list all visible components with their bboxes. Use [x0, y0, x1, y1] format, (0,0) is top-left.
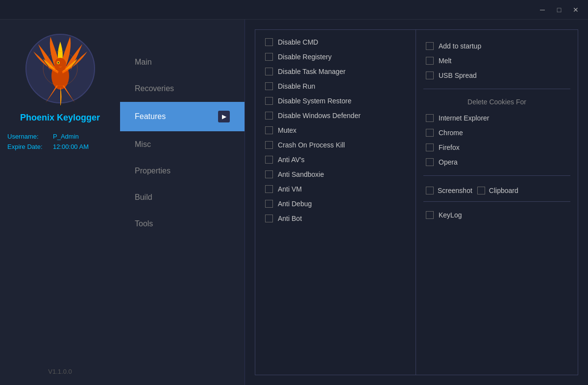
checkbox-disable-task-manager[interactable]	[265, 68, 273, 75]
nav-item-label-main: Main	[135, 58, 152, 67]
checkbox-usb-spread[interactable]	[426, 72, 434, 79]
feature-label-crash-on-process-kill: Crash On Process Kill	[278, 141, 345, 149]
svg-point-4	[57, 62, 59, 64]
feature-label-disable-cmd: Disable CMD	[278, 38, 318, 46]
right-item-melt[interactable]: Melt	[423, 53, 570, 68]
checkbox-disable-registry[interactable]	[265, 53, 273, 61]
nav-item-build[interactable]: Build	[120, 184, 245, 211]
expire-row: Expire Date: 12:00:00 AM	[7, 143, 113, 150]
feature-label-anti-avs: Anti AV's	[278, 156, 305, 164]
checkbox-melt[interactable]	[426, 57, 434, 65]
feature-label-mutex: Mutex	[278, 126, 296, 134]
feature-item-anti-debug[interactable]: Anti Debug	[263, 196, 408, 211]
username-label: Username:	[7, 133, 49, 140]
checkbox-anti-avs[interactable]	[265, 156, 273, 164]
right-item-add-to-startup[interactable]: Add to startup	[423, 39, 570, 53]
right-label-opera: Opera	[439, 158, 458, 166]
close-button[interactable]: ✕	[568, 3, 583, 16]
content-area: Disable CMDDisable RegisteryDisable Task…	[245, 20, 588, 385]
checkbox-internet-explorer[interactable]	[426, 114, 434, 122]
nav-panel: MainRecoveriesFeatures▶MiscPropertiesBui…	[120, 20, 245, 385]
feature-label-disable-system-restore: Disable System Restore	[278, 97, 351, 105]
feature-item-disable-task-manager[interactable]: Disable Task Manager	[263, 64, 408, 79]
bottom-label-clipboard: Clipboard	[489, 187, 518, 194]
divider-3	[423, 201, 570, 202]
keylog-section[interactable]: KeyLog	[423, 204, 570, 226]
username-value: P_Admin	[53, 133, 79, 140]
nav-item-properties[interactable]: Properties	[120, 158, 245, 184]
feature-label-anti-vm: Anti VM	[278, 185, 302, 193]
nav-item-misc[interactable]: Misc	[120, 131, 245, 158]
features-right: Add to startupMeltUSB SpreadDelete Cooki…	[416, 30, 578, 375]
feature-item-anti-bot[interactable]: Anti Bot	[263, 211, 408, 226]
features-panel: Disable CMDDisable RegisteryDisable Task…	[255, 29, 578, 375]
right-label-melt: Melt	[439, 57, 451, 65]
expire-label: Expire Date:	[7, 143, 49, 150]
checkbox-crash-on-process-kill[interactable]	[265, 141, 273, 149]
app-container: Phoenix Keylogger Username: P_Admin Expi…	[0, 20, 588, 385]
maximize-button[interactable]: □	[552, 3, 566, 16]
checkbox-anti-bot[interactable]	[265, 215, 273, 222]
feature-item-disable-cmd[interactable]: Disable CMD	[263, 35, 408, 49]
right-label-usb-spread: USB Spread	[439, 72, 477, 79]
checkbox-add-to-startup[interactable]	[426, 42, 434, 50]
right-item-chrome[interactable]: Chrome	[423, 125, 570, 140]
phoenix-logo	[24, 32, 97, 105]
checkbox-disable-run[interactable]	[265, 82, 273, 90]
feature-item-anti-vm[interactable]: Anti VM	[263, 182, 408, 196]
right-item-internet-explorer[interactable]: Internet Explorer	[423, 111, 570, 125]
bottom-label-screenshot: Screenshot	[438, 187, 472, 194]
nav-item-label-misc: Misc	[135, 140, 151, 149]
feature-item-anti-avs[interactable]: Anti AV's	[263, 152, 408, 167]
bottom-item-clipboard[interactable]: Clipboard	[477, 187, 518, 194]
checkbox-mutex[interactable]	[265, 126, 273, 134]
right-label-internet-explorer: Internet Explorer	[439, 114, 490, 122]
checkbox-clipboard[interactable]	[477, 187, 485, 194]
nav-item-label-features: Features	[135, 112, 166, 121]
feature-item-crash-on-process-kill[interactable]: Crash On Process Kill	[263, 138, 408, 152]
checkbox-opera[interactable]	[426, 158, 434, 166]
feature-label-disable-registry: Disable Registery	[278, 53, 332, 61]
features-left: Disable CMDDisable RegisteryDisable Task…	[255, 30, 416, 375]
checkbox-anti-vm[interactable]	[265, 185, 273, 193]
username-row: Username: P_Admin	[7, 133, 113, 140]
right-top-section: Add to startupMeltUSB Spread	[423, 35, 570, 87]
checkbox-screenshot[interactable]	[426, 187, 434, 194]
feature-label-anti-bot: Anti Bot	[278, 215, 302, 222]
logo-container	[21, 29, 99, 108]
svg-point-2	[54, 58, 66, 72]
nav-item-features[interactable]: Features▶	[120, 102, 245, 131]
right-item-opera[interactable]: Opera	[423, 155, 570, 169]
checkbox-disable-windows-defender[interactable]	[265, 112, 273, 120]
minimize-button[interactable]: ─	[535, 3, 550, 16]
titlebar: ─ □ ✕	[0, 0, 588, 20]
feature-item-disable-system-restore[interactable]: Disable System Restore	[263, 94, 408, 108]
feature-item-disable-windows-defender[interactable]: Disable Windows Defender	[263, 108, 408, 123]
bottom-item-screenshot[interactable]: Screenshot	[426, 187, 472, 194]
right-item-firefox[interactable]: Firefox	[423, 140, 570, 155]
divider-2	[423, 175, 570, 176]
nav-item-label-tools: Tools	[135, 219, 153, 228]
checkbox-anti-sandboxie[interactable]	[265, 170, 273, 178]
checkbox-anti-debug[interactable]	[265, 200, 273, 208]
nav-item-tools[interactable]: Tools	[120, 211, 245, 237]
feature-item-disable-registry[interactable]: Disable Registery	[263, 49, 408, 64]
keylog-label: KeyLog	[439, 211, 462, 219]
nav-item-recoveries[interactable]: Recoveries	[120, 75, 245, 102]
right-label-firefox: Firefox	[439, 144, 460, 151]
nav-item-label-recoveries: Recoveries	[135, 84, 174, 93]
feature-label-anti-sandboxie: Anti Sandboxie	[278, 170, 324, 178]
checkbox-firefox[interactable]	[426, 144, 434, 151]
cookies-section: Delete Cookies ForInternet ExplorerChrom…	[423, 91, 570, 173]
feature-item-mutex[interactable]: Mutex	[263, 123, 408, 138]
checkbox-disable-system-restore[interactable]	[265, 97, 273, 105]
checkbox-keylog[interactable]	[426, 211, 434, 219]
feature-item-anti-sandboxie[interactable]: Anti Sandboxie	[263, 167, 408, 182]
checkbox-disable-cmd[interactable]	[265, 38, 273, 46]
sidebar: Phoenix Keylogger Username: P_Admin Expi…	[0, 20, 120, 385]
feature-label-anti-debug: Anti Debug	[278, 200, 312, 208]
feature-item-disable-run[interactable]: Disable Run	[263, 79, 408, 94]
checkbox-chrome[interactable]	[426, 129, 434, 137]
right-item-usb-spread[interactable]: USB Spread	[423, 68, 570, 83]
nav-item-main[interactable]: Main	[120, 49, 245, 75]
